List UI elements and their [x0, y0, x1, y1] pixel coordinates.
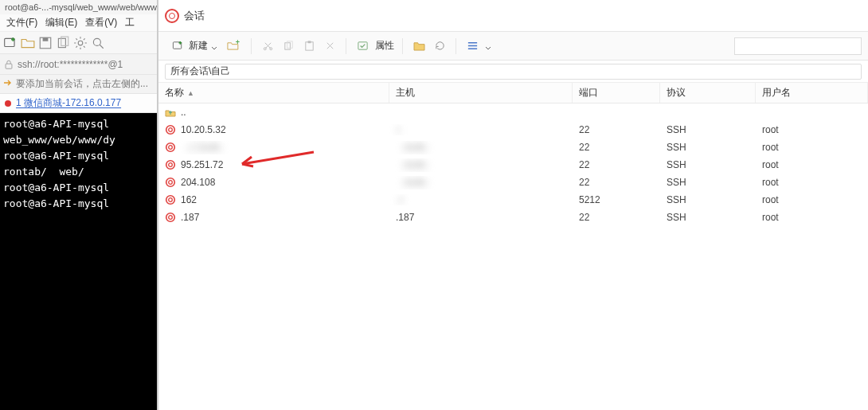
sort-asc-icon: ▲	[187, 89, 194, 97]
menu-tools[interactable]: 工	[122, 14, 138, 31]
session-row[interactable]: .187.18722SSHroot	[158, 209, 868, 226]
session-name: （已隐藏）	[181, 141, 229, 154]
cut-icon[interactable]	[260, 38, 276, 54]
session-name: 95.251.72	[181, 159, 223, 170]
col-header-host[interactable]: 主机	[389, 83, 573, 103]
session-icon	[165, 124, 176, 135]
dialog-toolbar: 新建 属性	[158, 32, 868, 61]
new-button-label: 新建	[189, 39, 208, 53]
settings-icon[interactable]	[73, 36, 88, 50]
session-row[interactable]: （已隐藏）（隐藏）22SSHroot	[158, 139, 868, 156]
svg-point-22	[166, 178, 175, 187]
session-icon	[165, 212, 176, 223]
session-row[interactable]: 95.251.72（隐藏）22SSHroot	[158, 156, 868, 174]
session-row[interactable]: 162.25212SSHroot	[158, 191, 868, 209]
svg-point-18	[166, 143, 175, 152]
session-proto: SSH	[660, 177, 756, 188]
session-host: .187	[396, 212, 414, 223]
session-name: 10.20.5.32	[181, 124, 226, 135]
menu-edit[interactable]: 编辑(E)	[42, 14, 80, 31]
session-host: （隐藏）	[396, 159, 434, 170]
session-user: root	[756, 142, 868, 153]
session-name: .187	[181, 212, 199, 223]
svg-point-6	[93, 38, 100, 45]
view-list-icon[interactable]	[464, 38, 480, 54]
svg-point-16	[166, 126, 175, 135]
properties-label[interactable]: 属性	[375, 39, 394, 53]
terminal[interactable]: root@a6-API-mysql web_www/web/www/dy roo…	[0, 113, 157, 410]
menu-file[interactable]: 文件(F)	[3, 14, 41, 31]
session-proto: SSH	[660, 142, 756, 153]
lock-icon	[3, 59, 14, 70]
copy-icon[interactable]	[56, 36, 70, 50]
grid-header: 名称 ▲ 主机 端口 协议 用户名	[158, 83, 868, 103]
path-box[interactable]: 所有会话\自己	[165, 64, 862, 80]
session-icon	[165, 159, 176, 170]
paste-icon[interactable]	[301, 38, 317, 54]
delete-icon[interactable]	[322, 38, 338, 54]
grid-body: ..10.20.5.32122SSHroot（已隐藏）（隐藏）22SSHroot…	[158, 103, 868, 410]
session-port: 5212	[573, 194, 660, 205]
dialog-titlebar: 会话	[158, 0, 868, 32]
open-icon[interactable]	[21, 36, 35, 50]
session-row[interactable]: 10.20.5.32122SSHroot	[158, 121, 868, 139]
session-user: root	[756, 159, 868, 170]
copy-icon[interactable]	[280, 38, 296, 54]
hint-arrow-icon	[3, 78, 13, 90]
col-header-port[interactable]: 端口	[573, 83, 660, 103]
session-port: 22	[573, 212, 660, 223]
session-host: （隐藏）	[396, 177, 434, 188]
dialog-title: 会话	[184, 9, 205, 23]
address-text: ssh://root:*************@1	[18, 59, 123, 70]
session-icon	[165, 177, 176, 188]
search-icon[interactable]	[91, 36, 105, 50]
chevron-down-icon[interactable]	[485, 43, 491, 49]
svg-rect-13	[305, 42, 312, 50]
session-tab[interactable]: 1 微信商城-172.16.0.177	[16, 96, 121, 110]
new-folder-icon[interactable]	[227, 38, 243, 54]
main-app-pane: root@a6-...-mysql/web_www/web/www/dy... …	[0, 0, 158, 410]
menu-view[interactable]: 查看(V)	[82, 14, 120, 31]
svg-point-25	[169, 198, 173, 202]
col-header-user[interactable]: 用户名	[756, 83, 868, 103]
separator	[456, 38, 456, 54]
svg-point-17	[169, 128, 173, 132]
session-host: .2	[396, 194, 404, 205]
up-label: ..	[181, 107, 186, 118]
svg-point-21	[169, 163, 173, 167]
properties-icon[interactable]	[354, 38, 370, 54]
path-text: 所有会话\自己	[170, 64, 230, 78]
session-name: 162	[181, 194, 197, 205]
col-header-name[interactable]: 名称 ▲	[158, 83, 389, 103]
save-icon[interactable]	[38, 36, 53, 50]
main-toolbar	[0, 32, 157, 54]
sessions-dialog: 会话 新建 属性 所有会话\自己	[158, 0, 868, 410]
chevron-down-icon	[211, 43, 217, 49]
session-user: root	[756, 124, 868, 135]
svg-point-23	[169, 181, 173, 185]
new-session-icon[interactable]	[3, 36, 18, 50]
session-port: 22	[573, 177, 660, 188]
separator	[402, 38, 403, 54]
session-tabs: 1 微信商城-172.16.0.177	[0, 94, 157, 113]
svg-rect-2	[43, 37, 49, 41]
svg-point-19	[169, 146, 173, 150]
new-button[interactable]: 新建	[165, 37, 222, 56]
new-session-toolbar-icon	[170, 38, 186, 54]
separator	[251, 38, 252, 54]
search-input[interactable]	[734, 37, 862, 55]
session-row[interactable]: 204.108（隐藏）22SSHroot	[158, 174, 868, 191]
session-proto: SSH	[660, 159, 756, 170]
session-user: root	[756, 194, 868, 205]
session-proto: SSH	[660, 212, 756, 223]
svg-point-24	[166, 196, 175, 205]
window-title-crumb: root@a6-...-mysql/web_www/web/www/dy...	[0, 0, 157, 14]
refresh-icon[interactable]	[432, 38, 448, 54]
session-proto: SSH	[660, 124, 756, 135]
up-row[interactable]: ..	[158, 103, 868, 121]
svg-point-5	[78, 41, 83, 45]
folder-icon[interactable]	[411, 38, 427, 54]
path-row: 所有会话\自己	[158, 61, 868, 83]
col-header-proto[interactable]: 协议	[660, 83, 756, 103]
address-bar[interactable]: ssh://root:*************@1	[0, 54, 157, 75]
